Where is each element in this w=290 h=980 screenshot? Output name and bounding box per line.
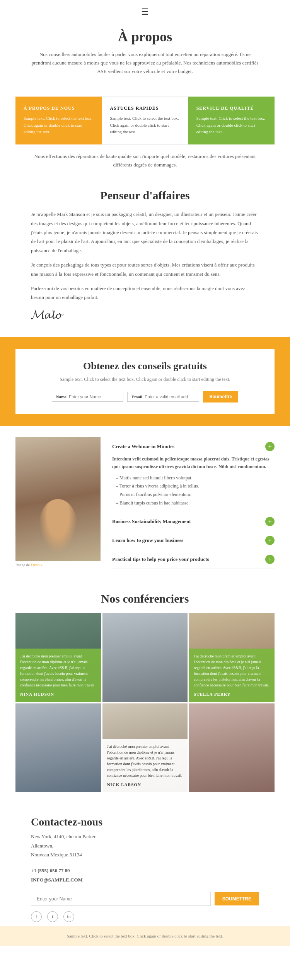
contact-email[interactable]: INFO@SAMPLE.COM bbox=[31, 875, 259, 884]
speaker-name-stella: STELLA PERRY bbox=[194, 692, 230, 696]
accordion-header-4[interactable]: Practical tips to help you price your pr… bbox=[112, 555, 275, 564]
accordion-plus-2[interactable]: + bbox=[265, 517, 275, 526]
accordion-plus-4[interactable]: + bbox=[265, 555, 275, 564]
speaker-overlay-nick: J'ai décroché mon premier emploi avant l… bbox=[102, 739, 188, 792]
cta-submit-button[interactable]: Soumettre bbox=[203, 391, 238, 403]
hamburger-menu-icon[interactable]: ☰ bbox=[141, 7, 149, 17]
accordion-bullets-1: Mattis nunc sed blandit libero volutpat.… bbox=[112, 474, 275, 507]
contact-title: Contactez-nous bbox=[31, 816, 259, 828]
accordion-item-1: Create a Webinar in Minutes + Interdum v… bbox=[112, 437, 275, 512]
cta-name-label: Name bbox=[56, 394, 67, 399]
accordion-plus-3[interactable]: + bbox=[265, 536, 275, 545]
card1-body: Sample text. Click to select the text bo… bbox=[24, 115, 94, 136]
penseur-p3: Parlez-moi de vos besoins en matière de … bbox=[31, 284, 259, 302]
speakers-grid: J'ai décroché mon premier emploi avant l… bbox=[15, 613, 275, 792]
accordion-plus-1[interactable]: + bbox=[265, 442, 275, 451]
cta-inner: Obtenez des conseils gratuits Sample tex… bbox=[15, 349, 275, 414]
accordion-header-1[interactable]: Create a Webinar in Minutes + bbox=[112, 442, 275, 451]
cta-form: Name Email Soumettre bbox=[31, 391, 259, 403]
accordion-body-text-1: Interdum velit euismod in pellentesque m… bbox=[112, 455, 275, 471]
speaker-image-4 bbox=[15, 703, 101, 792]
accordion-title-1: Create a Webinar in Minutes bbox=[112, 443, 174, 450]
accordion-header-3[interactable]: Learn how to grow your business + bbox=[112, 536, 275, 545]
contact-address3: Nouveau Mexique 31134 bbox=[31, 850, 259, 859]
webinar-image-caption: Image de Freepik bbox=[15, 563, 101, 567]
footer-sample: Sample text. Click to select the text bo… bbox=[0, 926, 290, 946]
speaker-card-6 bbox=[189, 703, 275, 792]
penseur-title: Penseur d'affaires bbox=[31, 189, 259, 202]
header: ☰ bbox=[0, 0, 290, 21]
contact-submit-button[interactable]: SOUMETTRE bbox=[215, 892, 259, 905]
contact-phone[interactable]: +1 (555) 656 77 89 bbox=[31, 866, 259, 875]
accordion-item-3: Learn how to grow your business + bbox=[112, 531, 275, 550]
card2-title: ASTUCES RAPIDES bbox=[110, 105, 180, 111]
bullet-1-2: Tortor à risus viverra adipiscing à in t… bbox=[116, 482, 275, 491]
penseur-p1: Je m'appelle Mark Stanson et je suis un … bbox=[31, 210, 259, 255]
card1-title: À PROPOS DE NOUS bbox=[24, 105, 94, 111]
webinar-section: Image de Freepik Create a Webinar in Min… bbox=[0, 426, 290, 581]
speakers-title: Nos conférenciers bbox=[15, 592, 275, 605]
contact-section: Contactez-nous New York, 4140, chemin Pa… bbox=[0, 804, 290, 926]
cta-section: Obtenez des conseils gratuits Sample tex… bbox=[0, 337, 290, 426]
bullet-1-1: Mattis nunc sed blandit libero volutpat. bbox=[116, 474, 275, 482]
speakers-section: Nos conférenciers J'ai décroché mon prem… bbox=[0, 581, 290, 804]
accordion: Create a Webinar in Minutes + Interdum v… bbox=[112, 437, 275, 569]
cta-name-group: Name bbox=[52, 392, 124, 402]
speaker-name-nick: NICK LARSON bbox=[107, 782, 141, 787]
card-astuces[interactable]: ASTUCES RAPIDES Sample text. Click to se… bbox=[102, 97, 188, 144]
accordion-item-2: Business Sustainability Management + bbox=[112, 512, 275, 531]
card3-title: SERVICE DE QUALITÉ bbox=[196, 105, 266, 111]
signature: 𝓜𝓪𝓵𝓸 bbox=[31, 307, 259, 322]
cards-row: À PROPOS DE NOUS Sample text. Click to s… bbox=[15, 97, 275, 144]
accordion-header-2[interactable]: Business Sustainability Management + bbox=[112, 517, 275, 526]
contact-form-row: SOUMETTRE bbox=[31, 892, 259, 906]
speaker-card-nina: J'ai décroché mon premier emploi avant l… bbox=[15, 613, 101, 702]
cta-email-group: Email bbox=[127, 392, 199, 402]
speaker-name-nina: NINA HUDSON bbox=[20, 692, 54, 696]
footer-text: Sample text. Click to select the text bo… bbox=[31, 932, 259, 940]
webinar-image-container: Image de Freepik bbox=[15, 437, 101, 569]
speaker-overlay-stella: J'ai décroché mon premier emploi avant l… bbox=[189, 649, 275, 702]
card2-body: Sample text. Click to select the text bo… bbox=[110, 115, 180, 136]
cta-email-input[interactable] bbox=[145, 394, 195, 399]
bullet-1-3: Purus ut faucibus pulvinar elementum. bbox=[116, 491, 275, 499]
speaker-card-nick: J'ai décroché mon premier emploi avant l… bbox=[102, 703, 188, 792]
speaker-quote-nick: J'ai décroché mon premier emploi avant l… bbox=[107, 744, 183, 778]
bullet-1-4: Blandit turpis cursus in hac habitasse. bbox=[116, 499, 275, 508]
freepik-link[interactable]: Freepik bbox=[31, 563, 43, 567]
cta-subtitle: Sample text. Click to select the text bo… bbox=[31, 376, 259, 383]
apropos-bottom: Nous effectuons des réparations de haute… bbox=[0, 144, 290, 177]
twitter-icon[interactable]: t bbox=[47, 911, 58, 922]
accordion-title-4: Practical tips to help you price your pr… bbox=[112, 556, 209, 562]
speaker-image-2 bbox=[102, 613, 188, 702]
card-apropos-nous[interactable]: À PROPOS DE NOUS Sample text. Click to s… bbox=[15, 97, 102, 144]
apropos-section: À propos Nos conseillers automobiles fac… bbox=[0, 21, 290, 87]
accordion-item-4: Practical tips to help you price your pr… bbox=[112, 550, 275, 569]
facebook-icon[interactable]: f bbox=[31, 911, 42, 922]
speaker-quote-stella: J'ai décroché mon premier emploi avant l… bbox=[194, 653, 270, 688]
cta-name-input[interactable] bbox=[69, 394, 119, 399]
social-row: f t in bbox=[31, 911, 259, 922]
cta-email-label: Email bbox=[131, 394, 142, 399]
webinar-image bbox=[15, 437, 101, 561]
accordion-title-3: Learn how to grow your business bbox=[112, 537, 183, 544]
speaker-overlay-nina: J'ai décroché mon premier emploi avant l… bbox=[15, 649, 101, 702]
speaker-card-2 bbox=[102, 613, 188, 702]
instagram-icon[interactable]: in bbox=[63, 911, 74, 922]
speaker-image-6 bbox=[189, 703, 275, 792]
card3-body: Sample text. Click to select the text bo… bbox=[196, 115, 266, 136]
contact-address2: Allentown, bbox=[31, 841, 259, 850]
accordion-title-2: Business Sustainability Management bbox=[112, 518, 191, 525]
apropos-title: À propos bbox=[31, 29, 259, 45]
speaker-card-stella: J'ai décroché mon premier emploi avant l… bbox=[189, 613, 275, 702]
cta-title: Obtenez des conseils gratuits bbox=[31, 360, 259, 372]
apropos-description: Nos conseillers automobiles faciles à pa… bbox=[31, 50, 259, 76]
contact-name-input[interactable] bbox=[31, 892, 211, 906]
card-service[interactable]: SERVICE DE QUALITÉ Sample text. Click to… bbox=[188, 97, 275, 144]
speaker-quote-nina: J'ai décroché mon premier emploi avant l… bbox=[20, 653, 96, 688]
penseur-section: Penseur d'affaires Je m'appelle Mark Sta… bbox=[0, 177, 290, 337]
penseur-p2: Je conçois des packagings de tous types … bbox=[31, 260, 259, 279]
contact-address1: New York, 4140, chemin Parker. bbox=[31, 832, 259, 841]
accordion-body-1: Interdum velit euismod in pellentesque m… bbox=[112, 455, 275, 507]
speaker-card-4 bbox=[15, 703, 101, 792]
